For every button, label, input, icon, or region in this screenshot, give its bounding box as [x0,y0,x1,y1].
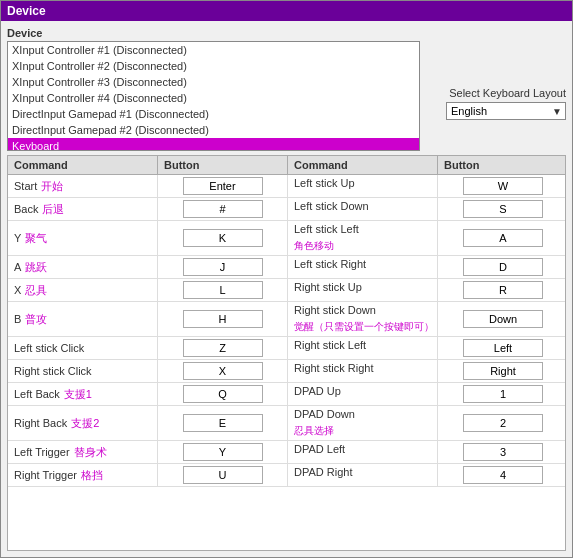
command-zh-label: 支援2 [71,416,99,431]
key-input[interactable] [183,466,263,484]
command-cell: Right Trigger 格挡 [8,464,158,486]
command-en-label: Left stick Click [14,342,84,354]
button-cell [158,198,288,220]
command-zh-label: 普攻 [25,312,47,327]
table-header: CommandButtonCommandButton [8,156,565,175]
command-cell: B 普攻 [8,302,158,336]
command-en-label-right: Left stick Up [294,177,355,189]
command-en-label-right: Left stick Left [294,223,359,235]
title-bar: Device [1,1,572,21]
device-list-item[interactable]: Keyboard [8,138,419,151]
key-input-right[interactable] [463,281,543,299]
key-input-right[interactable] [463,258,543,276]
key-input-right[interactable] [463,200,543,218]
command-en-label: Start [14,180,37,192]
command-cell-right: Left stick Left角色移动 [288,221,438,255]
command-zh-label: 忍具 [25,283,47,298]
command-en-label: Left Trigger [14,446,70,458]
button-cell-right [438,337,566,359]
table-row: Left Trigger 替身术DPAD Left [8,441,565,464]
button-cell-right [438,198,566,220]
command-en-label-right: Right stick Down [294,304,376,316]
command-cell-right: Left stick Right [288,256,438,278]
table-row: Right Trigger 格挡DPAD Right [8,464,565,487]
command-cell: Left Back 支援1 [8,383,158,405]
main-window: Device Device XInput Controller #1 (Disc… [0,0,573,558]
key-input[interactable] [183,229,263,247]
command-annotation: 忍具选择 [294,424,334,438]
key-input[interactable] [183,339,263,357]
window-title: Device [7,4,46,18]
command-en-label-right: DPAD Right [294,466,352,478]
button-cell [158,406,288,440]
key-input[interactable] [183,258,263,276]
command-en-label: Right stick Click [14,365,92,377]
command-cell-right: Right stick Right [288,360,438,382]
key-input-right[interactable] [463,310,543,328]
command-cell: Left Trigger 替身术 [8,441,158,463]
command-cell: Right Back 支援2 [8,406,158,440]
command-cell: Right stick Click [8,360,158,382]
table-row: A 跳跃Left stick Right [8,256,565,279]
button-cell [158,302,288,336]
command-en-label: Right Trigger [14,469,77,481]
key-input-right[interactable] [463,443,543,461]
layout-select[interactable]: EnglishJapaneseKoreanChinese [446,102,566,120]
button-cell [158,279,288,301]
command-en-label: Right Back [14,417,67,429]
command-annotation: 角色移动 [294,239,334,253]
device-list-item[interactable]: XInput Controller #4 (Disconnected) [8,90,419,106]
key-input[interactable] [183,177,263,195]
command-zh-label: 跳跃 [25,260,47,275]
device-list-item[interactable]: XInput Controller #2 (Disconnected) [8,58,419,74]
command-cell: Start 开始 [8,175,158,197]
key-input[interactable] [183,200,263,218]
command-cell-right: DPAD Left [288,441,438,463]
command-en-label: Back [14,203,38,215]
button-cell [158,464,288,486]
command-en-label-right: Left stick Down [294,200,369,212]
key-input-right[interactable] [463,385,543,403]
key-input-right[interactable] [463,362,543,380]
command-cell: Left stick Click [8,337,158,359]
command-en-label-right: DPAD Up [294,385,341,397]
button-cell-right [438,360,566,382]
key-input[interactable] [183,443,263,461]
device-list-item[interactable]: XInput Controller #1 (Disconnected) [8,42,419,58]
button-cell [158,383,288,405]
table-column-header: Command [288,156,438,174]
button-cell-right [438,406,566,440]
device-list[interactable]: XInput Controller #1 (Disconnected)XInpu… [7,41,420,151]
key-input[interactable] [183,281,263,299]
table-row: Left stick ClickRight stick Left [8,337,565,360]
key-input[interactable] [183,310,263,328]
layout-select-wrapper: EnglishJapaneseKoreanChinese ▼ [446,102,566,120]
key-input[interactable] [183,362,263,380]
command-en-label: Left Back [14,388,60,400]
button-cell-right [438,383,566,405]
device-list-item[interactable]: DirectInput Gamepad #2 (Disconnected) [8,122,419,138]
command-en-label: X [14,284,21,296]
key-input-right[interactable] [463,339,543,357]
command-en-label-right: Right stick Right [294,362,373,374]
button-cell [158,256,288,278]
device-list-item[interactable]: DirectInput Gamepad #1 (Disconnected) [8,106,419,122]
device-list-item[interactable]: XInput Controller #3 (Disconnected) [8,74,419,90]
key-input-right[interactable] [463,466,543,484]
command-cell-right: DPAD Up [288,383,438,405]
command-cell-right: Right stick Down觉醒（只需设置一个按键即可） [288,302,438,336]
command-annotation: 觉醒（只需设置一个按键即可） [294,320,434,334]
key-input-right[interactable] [463,414,543,432]
button-cell-right [438,256,566,278]
keyboard-layout-panel: Select Keyboard Layout EnglishJapaneseKo… [426,27,566,120]
key-input-right[interactable] [463,177,543,195]
key-input[interactable] [183,385,263,403]
key-input[interactable] [183,414,263,432]
table-row: Back 后退Left stick Down [8,198,565,221]
key-input-right[interactable] [463,229,543,247]
button-cell-right [438,279,566,301]
command-cell: Y 聚气 [8,221,158,255]
button-cell-right [438,221,566,255]
command-zh-label: 聚气 [25,231,47,246]
command-cell: Back 后退 [8,198,158,220]
